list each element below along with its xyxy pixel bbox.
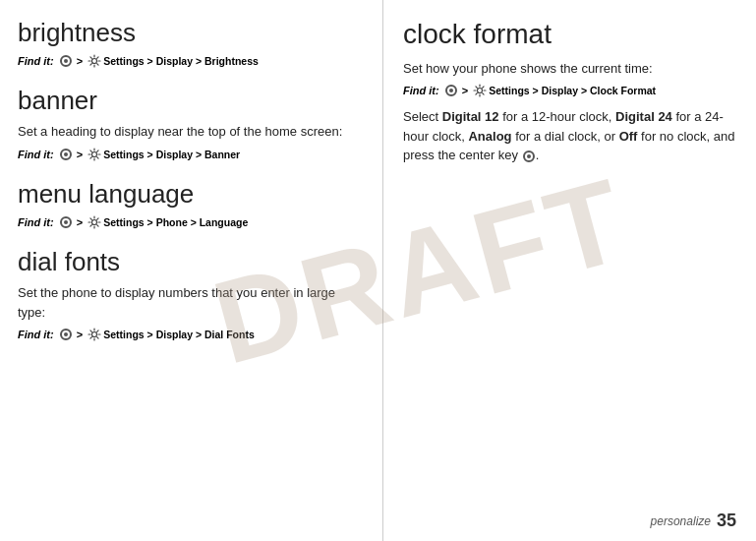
dial-fonts-title: dial fonts (18, 247, 363, 277)
banner-title: banner (18, 86, 363, 116)
dial-fonts-body: Set the phone to display numbers that yo… (18, 283, 363, 322)
settings-icon-ba (87, 148, 101, 161)
settings-icon-b (87, 54, 101, 68)
page-word: personalize (651, 514, 711, 528)
page-number: 35 (717, 511, 736, 531)
left-column: brightness Find it: > Settings > Display… (0, 0, 383, 541)
section-brightness: brightness Find it: > Settings > Display… (18, 18, 363, 68)
digital24-label: Digital 24 (615, 109, 672, 124)
center-key-icon-df (60, 329, 72, 340)
section-menu-language: menu language Find it: > Settings > Phon… (18, 179, 363, 229)
brightness-find-label: Find it: (18, 55, 54, 67)
clock-format-title: clock format (403, 18, 736, 51)
banner-body: Set a heading to display near the top of… (18, 122, 363, 142)
page-number-area: personalize 35 (651, 511, 736, 531)
svg-point-2 (92, 220, 97, 225)
center-key-icon-cf (445, 85, 457, 96)
center-key-icon-ml (60, 216, 72, 228)
section-dial-fonts: dial fonts Set the phone to display numb… (18, 247, 363, 341)
clock-description: Select Digital 12 for a 12-hour clock, D… (403, 107, 736, 165)
cf-path: Settings > Display > Clock Format (489, 85, 656, 96)
clock-findit: Find it: > Settings > Display > Clock Fo… (403, 84, 736, 97)
svg-point-0 (92, 59, 97, 64)
df-path: Settings > Display > Dial Fonts (103, 329, 254, 340)
brightness-findit: Find it: > Settings > Display > Brightne… (18, 54, 363, 68)
svg-point-4 (478, 89, 483, 93)
dial-fonts-findit: Find it: > Settings > Display > Dial Fon… (18, 328, 363, 341)
brightness-path: Settings > Display > Brightness (103, 55, 259, 67)
page-container: brightness Find it: > Settings > Display… (0, 0, 756, 541)
clock-intro: Set how your phone shows the current tim… (403, 59, 736, 79)
cf-find-label: Find it: (403, 85, 439, 96)
menu-language-findit: Find it: > Settings > Phone > Language (18, 215, 363, 229)
settings-icon-df (87, 328, 101, 341)
brightness-title: brightness (18, 18, 363, 48)
banner-path: Settings > Display > Banner (103, 149, 240, 160)
center-key-inline-icon (523, 150, 535, 162)
svg-point-1 (92, 151, 97, 156)
ml-path: Settings > Phone > Language (103, 216, 248, 228)
off-label: Off (619, 129, 638, 144)
df-find-label: Find it: (18, 329, 54, 340)
banner-findit: Find it: > Settings > Display > Banner (18, 148, 363, 161)
section-clock-format: clock format Set how your phone shows th… (403, 18, 736, 165)
center-key-icon-b (60, 55, 72, 67)
banner-find-label: Find it: (18, 149, 54, 160)
svg-point-3 (92, 332, 97, 337)
analog-label: Analog (468, 129, 511, 144)
digital12-label: Digital 12 (442, 109, 499, 124)
settings-icon-cf (473, 84, 487, 97)
menu-language-title: menu language (18, 179, 363, 210)
ml-find-label: Find it: (18, 216, 54, 228)
section-banner: banner Set a heading to display near the… (18, 86, 363, 161)
center-key-icon-ba (60, 149, 72, 160)
settings-icon-ml (87, 215, 101, 229)
right-column: clock format Set how your phone shows th… (383, 0, 756, 541)
